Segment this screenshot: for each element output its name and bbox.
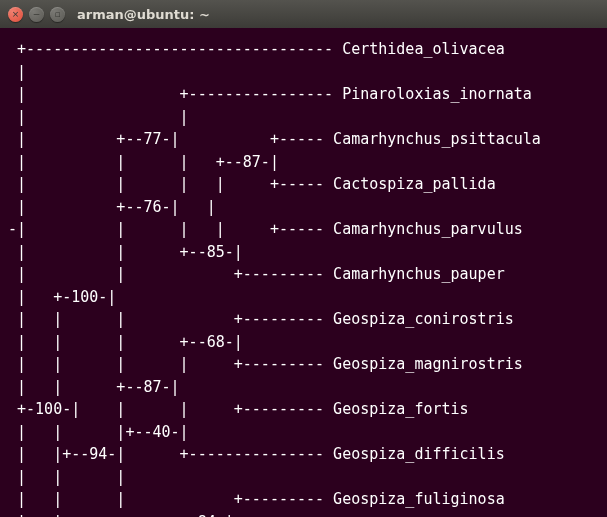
maximize-icon[interactable]: ▫ <box>50 7 65 22</box>
close-icon[interactable]: × <box>8 7 23 22</box>
window-title: arman@ubuntu: ~ <box>77 7 210 22</box>
minimize-icon[interactable]: − <box>29 7 44 22</box>
terminal-area[interactable]: +---------------------------------- Cert… <box>0 28 607 517</box>
window-titlebar: × − ▫ arman@ubuntu: ~ <box>0 0 607 28</box>
phylogenetic-tree-output: +---------------------------------- Cert… <box>8 38 599 517</box>
